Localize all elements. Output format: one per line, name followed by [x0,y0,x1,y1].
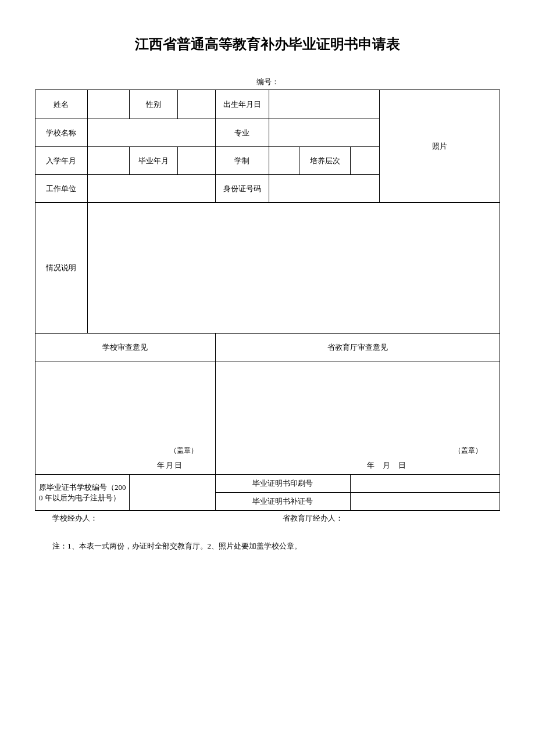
value-suppnum[interactable] [350,493,500,511]
value-orignum[interactable] [130,475,215,511]
date-right: 年月日 [286,460,414,471]
value-birth[interactable] [269,90,379,119]
seal-label-right: （盖章） [454,446,482,456]
photo-cell: 照片 [379,90,500,203]
application-form-table: 姓名 性别 出生年月日 照片 学校名称 专业 入学年月 毕业年月 学制 培养层次… [35,89,500,511]
value-gender[interactable] [177,90,215,119]
value-idnum[interactable] [269,175,379,203]
label-birth: 出生年月日 [215,90,269,119]
value-printnum[interactable] [350,475,500,493]
label-printnum: 毕业证明书印刷号 [215,475,350,493]
serial-label: 编号： [35,77,500,87]
value-explain[interactable] [87,203,500,334]
label-gradym: 毕业年月 [130,147,177,175]
footnote: 注：1、本表一式两份，办证时全部交教育厅。2、照片处要加盖学校公章。 [35,541,500,551]
value-school[interactable] [87,119,215,147]
page-title: 江西省普通高等教育补办毕业证明书申请表 [35,35,500,53]
school-opinion-body[interactable]: （盖章） 年月日 [35,361,216,475]
value-gradym[interactable] [177,147,215,175]
label-enroll: 入学年月 [35,147,88,175]
label-major: 专业 [215,119,269,147]
value-level[interactable] [350,147,379,175]
value-workunit[interactable] [87,175,215,203]
date-left: 年月日 [52,460,183,471]
label-dept-opinion: 省教育厅审查意见 [215,334,500,361]
label-level: 培养层次 [299,147,350,175]
value-system[interactable] [269,147,299,175]
label-name: 姓名 [35,90,88,119]
label-idnum: 身份证号码 [215,175,269,203]
label-explain: 情况说明 [35,203,88,334]
value-major[interactable] [269,119,379,147]
label-school-opinion: 学校审查意见 [35,334,216,361]
label-system: 学制 [215,147,269,175]
label-workunit: 工作单位 [35,175,88,203]
school-handler-label: 学校经办人： [52,513,98,524]
value-enroll[interactable] [87,147,129,175]
dept-opinion-body[interactable]: （盖章） 年月日 [215,361,500,475]
label-gender: 性别 [130,90,177,119]
dept-handler-label: 省教育厅经办人： [283,513,343,524]
value-name[interactable] [87,90,129,119]
handlers-row: 学校经办人： 省教育厅经办人： [35,513,500,524]
label-suppnum: 毕业证明书补证号 [215,493,350,511]
label-orignum: 原毕业证书学校编号（2000 年以后为电子注册号） [35,475,130,511]
label-school: 学校名称 [35,119,88,147]
seal-label-left: （盖章） [170,446,198,456]
